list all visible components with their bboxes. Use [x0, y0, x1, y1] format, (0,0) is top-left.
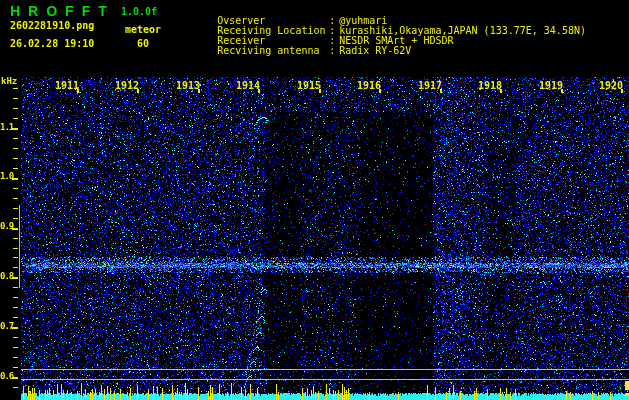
- time-label: 1914: [236, 81, 260, 91]
- freq-axis-unit-label: kHz: [1, 77, 17, 86]
- datetime-label: 26.02.28 19:10: [10, 39, 94, 49]
- time-label: 1913: [176, 81, 200, 91]
- meteor-count-value: 60: [137, 39, 149, 49]
- time-label: 1918: [478, 81, 502, 91]
- mode-label: meteor: [125, 25, 161, 35]
- filename-label: 2602281910.png: [10, 21, 94, 31]
- freq-label: 0.6: [0, 372, 14, 381]
- freq-label: 0.9: [0, 222, 14, 231]
- time-label: 1917: [418, 81, 442, 91]
- time-label: 1915: [297, 81, 321, 91]
- metadata-row-observer: Ovserver:@yuhmari: [181, 6, 586, 16]
- time-label: 1916: [357, 81, 381, 91]
- freq-label: 0.8: [0, 272, 14, 281]
- metadata-value: Radix RY-62V: [339, 45, 411, 56]
- metadata-panel: Ovserver:@yuhmari Receiving Location:kur…: [181, 6, 586, 46]
- app-title: HROFFT: [10, 4, 115, 18]
- time-label: 1912: [115, 81, 139, 91]
- freq-label: 1.1: [0, 123, 14, 132]
- hrofft-screen: HROFFT 1.0.0f 2602281910.png meteor 26.0…: [0, 0, 629, 400]
- time-label: 1919: [539, 81, 563, 91]
- time-label: 1911: [55, 81, 79, 91]
- freq-label: 1.0: [0, 172, 14, 181]
- version-label: 1.0.0f: [121, 7, 157, 17]
- metadata-colon: :: [329, 46, 339, 56]
- metadata-label: Recviving antenna: [217, 46, 329, 56]
- freq-label: 0.7: [0, 322, 14, 331]
- spectrogram-canvas: [0, 0, 629, 400]
- time-label: 1920: [599, 81, 623, 91]
